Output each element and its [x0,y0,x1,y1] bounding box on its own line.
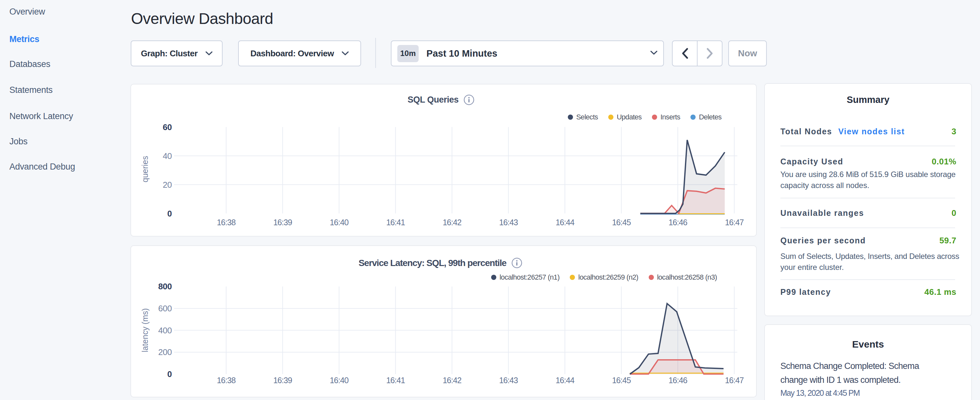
svg-text:16:41: 16:41 [386,218,405,227]
svg-text:16:47: 16:47 [725,218,744,227]
svg-text:0: 0 [167,369,172,379]
svg-text:40: 40 [163,151,172,161]
svg-text:16:46: 16:46 [668,376,687,385]
svg-text:16:44: 16:44 [555,218,574,227]
svg-text:16:40: 16:40 [330,376,348,385]
svg-text:16:40: 16:40 [330,218,348,227]
svg-text:400: 400 [158,325,172,335]
svg-text:16:47: 16:47 [725,376,744,385]
svg-text:16:43: 16:43 [499,218,518,227]
svg-text:16:42: 16:42 [442,218,461,227]
svg-text:16:43: 16:43 [499,376,518,385]
svg-text:16:38: 16:38 [217,376,235,385]
svg-text:16:39: 16:39 [274,376,292,385]
svg-text:20: 20 [163,180,172,190]
svg-text:16:39: 16:39 [274,218,292,227]
svg-text:16:44: 16:44 [555,376,574,385]
svg-text:16:45: 16:45 [612,376,631,385]
svg-text:16:41: 16:41 [386,376,405,385]
svg-text:16:46: 16:46 [668,218,687,227]
svg-text:60: 60 [163,122,172,132]
svg-text:0: 0 [167,209,172,218]
svg-text:200: 200 [158,347,172,357]
svg-text:800: 800 [158,282,172,291]
svg-text:16:45: 16:45 [612,218,631,227]
svg-text:16:42: 16:42 [442,376,461,385]
svg-text:16:38: 16:38 [217,218,235,227]
svg-text:600: 600 [158,304,172,313]
